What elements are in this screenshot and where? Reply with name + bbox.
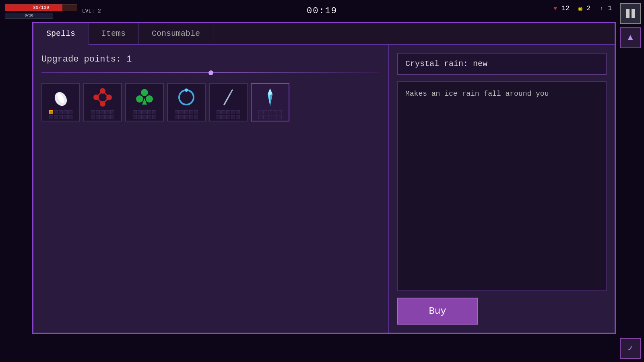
dot-5-6 (263, 115, 267, 119)
dot-3-4 (194, 110, 198, 114)
dot-2-4 (152, 110, 156, 114)
buy-label: Buy (429, 306, 446, 317)
svg-line-9 (96, 91, 103, 97)
spell-4-dots (217, 110, 240, 119)
up-arrow-icon: ▲ (627, 33, 633, 43)
tab-items[interactable]: Items (89, 23, 139, 44)
dot-5-4 (278, 110, 282, 114)
dot-4-3 (231, 110, 235, 114)
dot-4-4 (236, 110, 240, 114)
dot-2-9 (152, 115, 156, 119)
dot-5-1 (263, 110, 267, 114)
hearts-stat: ♥ 12 (551, 4, 570, 13)
dot-0-9 (68, 115, 72, 119)
spell-slot-1[interactable] (83, 83, 122, 121)
check-icon: ✓ (627, 343, 633, 354)
health-text: 80/100 (33, 5, 49, 10)
spell-icon-circle (169, 85, 203, 109)
svg-marker-19 (268, 88, 272, 95)
spell-slot-3[interactable] (167, 83, 206, 121)
hud-stats: ♥ 12 ◉ 2 ↑ 1 (551, 4, 612, 13)
check-button[interactable]: ✓ (620, 338, 641, 359)
spell-1-dots (91, 110, 114, 119)
spell-grid (41, 80, 380, 121)
up-arrow-button[interactable]: ▲ (620, 27, 641, 48)
arrows-value: 1 (608, 5, 612, 12)
dot-0-1 (54, 110, 58, 114)
spell-icon-cross (86, 85, 120, 109)
dot-5-7 (268, 115, 272, 119)
dot-4-1 (221, 110, 225, 114)
svg-point-14 (179, 90, 194, 105)
tab-consumable[interactable]: Consumable (139, 23, 213, 44)
dot-3-6 (180, 115, 184, 119)
svg-point-12 (136, 95, 143, 103)
svg-marker-20 (270, 94, 272, 106)
hearts-value: 12 (562, 5, 570, 12)
spell-name-text: Crystal rain: new (405, 59, 487, 68)
dot-0-6 (54, 115, 58, 119)
dot-2-8 (147, 115, 151, 119)
dot-3-3 (189, 110, 193, 114)
circle-icon (176, 87, 197, 108)
dot-1-4 (110, 110, 114, 114)
upgrade-points-label: Upgrade points: 1 (41, 54, 380, 64)
dot-3-1 (180, 110, 184, 114)
arrow-icon: ↑ (597, 4, 606, 13)
spell-icon-sword (211, 85, 245, 109)
svg-point-15 (185, 88, 188, 92)
left-panel: Upgrade points: 1 (33, 45, 389, 333)
health-bar-container: 80/100 0/10 (5, 4, 77, 19)
svg-line-8 (96, 97, 103, 104)
dot-4-6 (221, 115, 225, 119)
dot-4-8 (231, 115, 235, 119)
spell-slot-5[interactable] (251, 83, 289, 121)
spell-slot-0[interactable] (41, 83, 80, 121)
dot-5-2 (268, 110, 272, 114)
dot-1-8 (105, 115, 109, 119)
level-label: LVL: 2 (82, 8, 101, 14)
hud-top: 80/100 0/10 LVL: 2 00:19 ♥ 12 ◉ 2 ↑ 1 (0, 0, 644, 22)
buy-button[interactable]: Buy (397, 298, 478, 325)
dot-3-7 (184, 115, 188, 119)
mana-text: 0/10 (25, 14, 33, 18)
svg-point-11 (146, 95, 153, 103)
dot-0-7 (59, 115, 63, 119)
dot-1-2 (101, 110, 105, 114)
coin-icon: ◉ (576, 4, 585, 13)
spell-3-dots (175, 110, 198, 119)
timer: 00:19 (307, 6, 337, 16)
coins-stat: ◉ 2 (576, 4, 591, 13)
spell-slot-4[interactable] (209, 83, 248, 121)
spell-description-box: Makes an ice rain fall around you (397, 81, 607, 291)
dot-0-5 (49, 115, 53, 119)
dot-2-5 (133, 115, 137, 119)
sword-icon (218, 87, 239, 108)
spell-icon-wing (44, 85, 78, 109)
heart-icon: ♥ (551, 4, 560, 13)
dot-0-8 (64, 115, 68, 119)
right-panel: Crystal rain: new Makes an ice rain fall… (389, 45, 615, 333)
tab-bar: Spells Items Consumable (33, 23, 615, 45)
dot-2-0 (133, 110, 137, 114)
svg-line-7 (103, 97, 109, 104)
tab-spells[interactable]: Spells (33, 23, 89, 45)
dot-5-5 (258, 115, 262, 119)
dot-0-0 (49, 110, 53, 114)
spell-icon-crystal (253, 85, 287, 109)
dot-1-0 (91, 110, 95, 114)
dot-2-7 (142, 115, 147, 119)
dot-4-2 (226, 110, 230, 114)
dot-4-9 (236, 115, 240, 119)
spell-slot-2[interactable] (125, 83, 164, 121)
spell-2-dots (133, 110, 156, 119)
dot-5-3 (273, 110, 277, 114)
dot-5-0 (258, 110, 262, 114)
spell-name-box: Crystal rain: new (397, 53, 607, 75)
dot-1-9 (110, 115, 114, 119)
cross-icon (92, 87, 113, 108)
dot-0-3 (64, 110, 68, 114)
clover-icon (134, 87, 155, 108)
mana-bar: 0/10 (5, 13, 53, 19)
dot-1-3 (105, 110, 109, 114)
